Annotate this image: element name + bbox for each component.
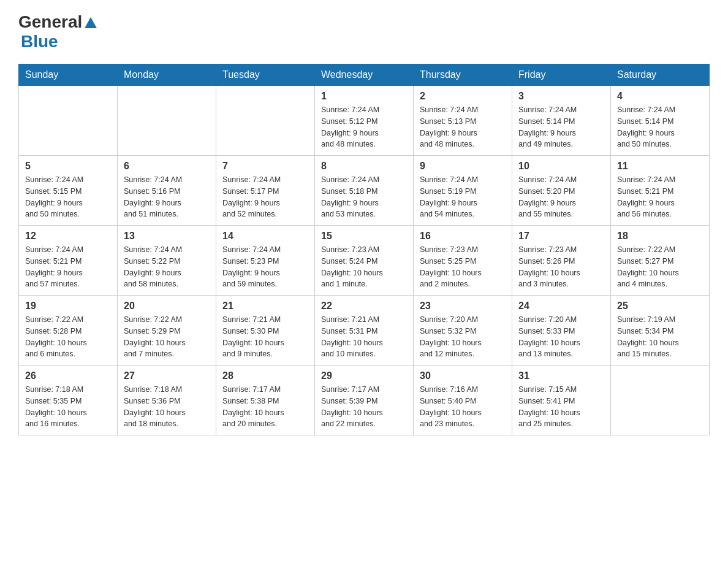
calendar-cell: 24Sunrise: 7:20 AM Sunset: 5:33 PM Dayli… bbox=[512, 296, 611, 366]
calendar-week-row: 1Sunrise: 7:24 AM Sunset: 5:12 PM Daylig… bbox=[19, 86, 710, 156]
day-number: 11 bbox=[617, 161, 703, 172]
day-number: 22 bbox=[321, 301, 407, 312]
calendar-cell: 7Sunrise: 7:24 AM Sunset: 5:17 PM Daylig… bbox=[216, 156, 315, 226]
day-number: 12 bbox=[25, 231, 111, 242]
day-info: Sunrise: 7:23 AM Sunset: 5:24 PM Dayligh… bbox=[321, 244, 407, 290]
calendar-cell: 10Sunrise: 7:24 AM Sunset: 5:20 PM Dayli… bbox=[512, 156, 611, 226]
calendar-week-row: 19Sunrise: 7:22 AM Sunset: 5:28 PM Dayli… bbox=[19, 296, 710, 366]
day-header-saturday: Saturday bbox=[611, 64, 710, 86]
calendar-cell: 18Sunrise: 7:22 AM Sunset: 5:27 PM Dayli… bbox=[611, 226, 710, 296]
day-number: 14 bbox=[222, 231, 308, 242]
calendar-cell: 14Sunrise: 7:24 AM Sunset: 5:23 PM Dayli… bbox=[216, 226, 315, 296]
calendar-cell: 28Sunrise: 7:17 AM Sunset: 5:38 PM Dayli… bbox=[216, 366, 315, 435]
day-number: 6 bbox=[124, 161, 210, 172]
day-info: Sunrise: 7:24 AM Sunset: 5:19 PM Dayligh… bbox=[420, 174, 506, 220]
logo: General Blue bbox=[18, 12, 97, 52]
calendar-cell: 6Sunrise: 7:24 AM Sunset: 5:16 PM Daylig… bbox=[118, 156, 216, 226]
day-info: Sunrise: 7:24 AM Sunset: 5:18 PM Dayligh… bbox=[321, 174, 407, 220]
day-info: Sunrise: 7:24 AM Sunset: 5:15 PM Dayligh… bbox=[25, 174, 111, 220]
day-header-tuesday: Tuesday bbox=[216, 64, 315, 86]
calendar-cell: 29Sunrise: 7:17 AM Sunset: 5:39 PM Dayli… bbox=[315, 366, 414, 435]
day-number: 25 bbox=[617, 301, 703, 312]
day-info: Sunrise: 7:23 AM Sunset: 5:25 PM Dayligh… bbox=[420, 244, 506, 290]
day-info: Sunrise: 7:20 AM Sunset: 5:33 PM Dayligh… bbox=[518, 314, 604, 360]
calendar-cell bbox=[216, 86, 315, 156]
calendar-cell: 31Sunrise: 7:15 AM Sunset: 5:41 PM Dayli… bbox=[512, 366, 611, 435]
day-info: Sunrise: 7:23 AM Sunset: 5:26 PM Dayligh… bbox=[518, 244, 604, 290]
day-number: 20 bbox=[124, 301, 210, 312]
calendar-cell bbox=[611, 366, 710, 435]
day-info: Sunrise: 7:24 AM Sunset: 5:14 PM Dayligh… bbox=[617, 104, 703, 150]
calendar-cell bbox=[118, 86, 216, 156]
day-info: Sunrise: 7:24 AM Sunset: 5:20 PM Dayligh… bbox=[518, 174, 604, 220]
day-number: 8 bbox=[321, 161, 407, 172]
day-info: Sunrise: 7:24 AM Sunset: 5:23 PM Dayligh… bbox=[222, 244, 308, 290]
day-number: 31 bbox=[518, 370, 604, 381]
calendar-week-row: 5Sunrise: 7:24 AM Sunset: 5:15 PM Daylig… bbox=[19, 156, 710, 226]
day-number: 5 bbox=[25, 161, 111, 172]
calendar-week-row: 12Sunrise: 7:24 AM Sunset: 5:21 PM Dayli… bbox=[19, 226, 710, 296]
day-number: 1 bbox=[321, 91, 407, 102]
day-header-sunday: Sunday bbox=[19, 64, 118, 86]
calendar-header-row: SundayMondayTuesdayWednesdayThursdayFrid… bbox=[19, 64, 710, 86]
day-number: 30 bbox=[420, 370, 506, 381]
day-number: 27 bbox=[124, 370, 210, 381]
day-info: Sunrise: 7:24 AM Sunset: 5:22 PM Dayligh… bbox=[124, 244, 210, 290]
day-header-monday: Monday bbox=[118, 64, 216, 86]
day-number: 21 bbox=[222, 301, 308, 312]
calendar-cell: 16Sunrise: 7:23 AM Sunset: 5:25 PM Dayli… bbox=[414, 226, 512, 296]
calendar-cell: 11Sunrise: 7:24 AM Sunset: 5:21 PM Dayli… bbox=[611, 156, 710, 226]
calendar-cell: 30Sunrise: 7:16 AM Sunset: 5:40 PM Dayli… bbox=[414, 366, 512, 435]
logo-triangle-icon bbox=[85, 15, 97, 31]
day-info: Sunrise: 7:22 AM Sunset: 5:27 PM Dayligh… bbox=[617, 244, 703, 290]
day-info: Sunrise: 7:18 AM Sunset: 5:35 PM Dayligh… bbox=[25, 384, 111, 430]
calendar-cell: 8Sunrise: 7:24 AM Sunset: 5:18 PM Daylig… bbox=[315, 156, 414, 226]
day-info: Sunrise: 7:15 AM Sunset: 5:41 PM Dayligh… bbox=[518, 384, 604, 430]
day-info: Sunrise: 7:24 AM Sunset: 5:12 PM Dayligh… bbox=[321, 104, 407, 150]
day-info: Sunrise: 7:24 AM Sunset: 5:16 PM Dayligh… bbox=[124, 174, 210, 220]
day-number: 26 bbox=[25, 370, 111, 381]
day-number: 7 bbox=[222, 161, 308, 172]
day-info: Sunrise: 7:20 AM Sunset: 5:32 PM Dayligh… bbox=[420, 314, 506, 360]
calendar-cell: 27Sunrise: 7:18 AM Sunset: 5:36 PM Dayli… bbox=[118, 366, 216, 435]
calendar-cell: 12Sunrise: 7:24 AM Sunset: 5:21 PM Dayli… bbox=[19, 226, 118, 296]
day-number: 4 bbox=[617, 91, 703, 102]
calendar-cell: 1Sunrise: 7:24 AM Sunset: 5:12 PM Daylig… bbox=[315, 86, 414, 156]
day-number: 9 bbox=[420, 161, 506, 172]
calendar-cell: 22Sunrise: 7:21 AM Sunset: 5:31 PM Dayli… bbox=[315, 296, 414, 366]
calendar-cell: 20Sunrise: 7:22 AM Sunset: 5:29 PM Dayli… bbox=[118, 296, 216, 366]
day-info: Sunrise: 7:24 AM Sunset: 5:21 PM Dayligh… bbox=[617, 174, 703, 220]
calendar-table: SundayMondayTuesdayWednesdayThursdayFrid… bbox=[18, 64, 710, 435]
calendar-cell: 13Sunrise: 7:24 AM Sunset: 5:22 PM Dayli… bbox=[118, 226, 216, 296]
day-number: 29 bbox=[321, 370, 407, 381]
day-info: Sunrise: 7:21 AM Sunset: 5:31 PM Dayligh… bbox=[321, 314, 407, 360]
day-number: 3 bbox=[518, 91, 604, 102]
day-header-friday: Friday bbox=[512, 64, 611, 86]
day-header-thursday: Thursday bbox=[414, 64, 512, 86]
day-info: Sunrise: 7:21 AM Sunset: 5:30 PM Dayligh… bbox=[222, 314, 308, 360]
day-info: Sunrise: 7:16 AM Sunset: 5:40 PM Dayligh… bbox=[420, 384, 506, 430]
logo-general-text: General bbox=[18, 12, 82, 32]
day-number: 16 bbox=[420, 231, 506, 242]
calendar-cell: 15Sunrise: 7:23 AM Sunset: 5:24 PM Dayli… bbox=[315, 226, 414, 296]
day-number: 13 bbox=[124, 231, 210, 242]
day-info: Sunrise: 7:24 AM Sunset: 5:17 PM Dayligh… bbox=[222, 174, 308, 220]
day-info: Sunrise: 7:17 AM Sunset: 5:38 PM Dayligh… bbox=[222, 384, 308, 430]
calendar-cell: 2Sunrise: 7:24 AM Sunset: 5:13 PM Daylig… bbox=[414, 86, 512, 156]
day-number: 18 bbox=[617, 231, 703, 242]
calendar-cell: 25Sunrise: 7:19 AM Sunset: 5:34 PM Dayli… bbox=[611, 296, 710, 366]
day-info: Sunrise: 7:24 AM Sunset: 5:14 PM Dayligh… bbox=[518, 104, 604, 150]
day-info: Sunrise: 7:18 AM Sunset: 5:36 PM Dayligh… bbox=[124, 384, 210, 430]
calendar-cell: 5Sunrise: 7:24 AM Sunset: 5:15 PM Daylig… bbox=[19, 156, 118, 226]
logo-blue-text: Blue bbox=[21, 32, 58, 51]
day-number: 24 bbox=[518, 301, 604, 312]
day-header-wednesday: Wednesday bbox=[315, 64, 414, 86]
calendar-cell: 21Sunrise: 7:21 AM Sunset: 5:30 PM Dayli… bbox=[216, 296, 315, 366]
day-info: Sunrise: 7:19 AM Sunset: 5:34 PM Dayligh… bbox=[617, 314, 703, 360]
day-number: 2 bbox=[420, 91, 506, 102]
day-info: Sunrise: 7:24 AM Sunset: 5:21 PM Dayligh… bbox=[25, 244, 111, 290]
calendar-cell: 9Sunrise: 7:24 AM Sunset: 5:19 PM Daylig… bbox=[414, 156, 512, 226]
svg-marker-0 bbox=[85, 17, 97, 28]
calendar-cell: 19Sunrise: 7:22 AM Sunset: 5:28 PM Dayli… bbox=[19, 296, 118, 366]
day-info: Sunrise: 7:22 AM Sunset: 5:29 PM Dayligh… bbox=[124, 314, 210, 360]
